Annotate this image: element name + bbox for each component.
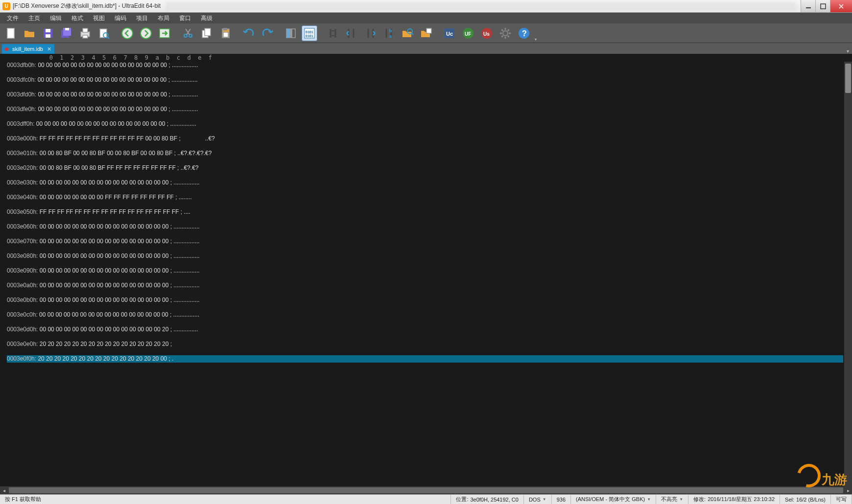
status-highlight[interactable]: 不高亮▼ — [656, 495, 688, 504]
scroll-left-icon[interactable]: ◂ — [0, 486, 8, 494]
hex-line[interactable]: 0003e000h: FF FF FF FF FF FF FF FF FF FF… — [7, 135, 843, 142]
redo-button[interactable] — [260, 25, 275, 41]
vertical-scrollbar[interactable] — [844, 62, 852, 486]
save-button[interactable] — [40, 25, 56, 41]
menu-布局[interactable]: 布局 — [153, 13, 174, 23]
help-button[interactable]: ? — [516, 25, 532, 41]
hex-line[interactable]: 0003e090h: 00 00 00 00 00 00 00 00 00 00… — [7, 267, 843, 275]
hex-bytes[interactable]: 00 00 00 00 00 00 00 00 00 00 00 00 00 0… — [38, 91, 172, 98]
cut-button[interactable] — [180, 25, 196, 41]
hex-bytes[interactable]: 00 00 00 00 00 00 00 00 00 00 00 00 00 0… — [38, 106, 172, 113]
hex-content[interactable]: 0003dfb0h: 00 00 00 00 00 00 00 00 00 00… — [7, 62, 843, 486]
hex-bytes[interactable]: 00 00 00 00 00 00 00 00 00 00 00 00 00 0… — [40, 267, 174, 274]
hex-bytes[interactable]: 00 00 00 00 00 00 00 00 00 00 00 00 00 0… — [40, 282, 174, 289]
menu-项目[interactable]: 项目 — [131, 13, 153, 23]
hex-ascii[interactable]: ..€?.€? — [181, 164, 199, 171]
hex-bytes[interactable]: 00 00 00 00 00 00 00 00 FF FF FF FF FF F… — [40, 194, 179, 201]
print-preview-button[interactable] — [96, 25, 112, 41]
hex-ascii[interactable]: .... — [184, 208, 190, 215]
hex-line[interactable]: 0003dfc0h: 00 00 00 00 00 00 00 00 00 00… — [7, 76, 843, 84]
settings-button[interactable] — [497, 25, 513, 41]
toolbar-overflow-button[interactable]: ▾ — [535, 23, 540, 43]
hex-line[interactable]: 0003dfe0h: 00 00 00 00 00 00 00 00 00 00… — [7, 106, 843, 113]
hex-line[interactable]: 0003dfd0h: 00 00 00 00 00 00 00 00 00 00… — [7, 91, 843, 98]
hex-ascii[interactable]: ................ — [172, 62, 198, 69]
new-file-button[interactable] — [3, 25, 19, 41]
menu-编码[interactable]: 编码 — [110, 13, 131, 23]
find-next-button[interactable] — [362, 25, 378, 41]
hex-line[interactable]: 0003e050h: FF FF FF FF FF FF FF FF FF FF… — [7, 208, 843, 216]
open-folder-button[interactable] — [22, 25, 37, 41]
hex-ascii[interactable]: ................ — [173, 223, 199, 230]
nav-forward-button[interactable] — [138, 25, 154, 41]
find-prev-button[interactable] — [344, 25, 359, 41]
scroll-track[interactable] — [9, 487, 843, 493]
scroll-thumb[interactable] — [845, 64, 851, 93]
hex-ascii[interactable]: ..€?.€?.€?.€? — [177, 150, 212, 157]
hex-line[interactable]: 0003e0f0h: 20 20 20 20 20 20 20 20 20 20… — [7, 355, 843, 363]
hex-line[interactable]: 0003e070h: 00 00 00 00 00 00 00 00 00 00… — [7, 238, 843, 245]
hex-bytes[interactable]: 00 00 00 00 00 00 00 00 00 00 00 00 00 0… — [40, 179, 174, 186]
print-button[interactable] — [77, 25, 93, 41]
tools-uf-button[interactable]: UF — [460, 25, 476, 41]
hex-bytes[interactable]: 00 00 00 00 00 00 00 00 00 00 00 00 00 0… — [36, 120, 170, 127]
hex-line[interactable]: 0003e0e0h: 20 20 20 20 20 20 20 20 20 20… — [7, 341, 843, 348]
hex-ascii[interactable]: ........ — [179, 194, 192, 201]
hex-bytes[interactable]: FF FF FF FF FF FF FF FF FF FF FF FF FF F… — [40, 208, 184, 215]
hex-bytes[interactable]: 20 20 20 20 20 20 20 20 20 20 20 20 20 2… — [38, 355, 172, 362]
hex-line[interactable]: 0003e020h: 00 00 80 BF 00 00 80 BF FF FF… — [7, 164, 843, 172]
tools-uc-button[interactable]: Uc — [442, 25, 457, 41]
column-mode-button[interactable] — [283, 25, 299, 41]
hex-line[interactable]: 0003dff0h: 00 00 00 00 00 00 00 00 00 00… — [7, 120, 843, 128]
hex-bytes[interactable]: FF FF FF FF FF FF FF FF FF FF FF FF 00 0… — [40, 135, 182, 142]
tab-overflow-button[interactable]: ▾ — [843, 48, 852, 54]
hex-ascii[interactable]: ................ — [173, 179, 199, 186]
hex-line[interactable]: 0003e040h: 00 00 00 00 00 00 00 00 FF FF… — [7, 194, 843, 201]
save-all-button[interactable] — [59, 25, 74, 41]
hex-ascii[interactable]: ................ — [173, 267, 199, 274]
nav-go-button[interactable] — [157, 25, 172, 41]
hex-bytes[interactable]: 00 00 00 00 00 00 00 00 00 00 00 00 00 0… — [39, 311, 173, 318]
hex-bytes[interactable]: 00 00 00 00 00 00 00 00 00 00 00 00 00 0… — [40, 297, 174, 303]
hex-line[interactable]: 0003e0a0h: 00 00 00 00 00 00 00 00 00 00… — [7, 282, 843, 289]
hex-ascii[interactable]: ................ — [173, 238, 199, 245]
menu-主页[interactable]: 主页 — [24, 13, 45, 23]
horizontal-scrollbar[interactable]: ◂ ▸ — [0, 486, 852, 494]
hex-ascii[interactable]: ..€? — [182, 135, 215, 142]
file-tab[interactable]: skill_item.idb ✕ — [2, 44, 54, 54]
hex-bytes[interactable]: 00 00 00 00 00 00 00 00 00 00 00 00 00 0… — [40, 326, 174, 333]
find-in-files-button[interactable] — [400, 25, 415, 41]
hex-line[interactable]: 0003e080h: 00 00 00 00 00 00 00 00 00 00… — [7, 252, 843, 260]
hex-ascii[interactable]: ................ — [173, 252, 199, 259]
find-in-files-results-button[interactable] — [418, 25, 434, 41]
find-replace-button[interactable]: ba — [381, 25, 397, 41]
hex-line[interactable]: 0003e010h: 00 00 80 BF 00 00 80 BF 00 00… — [7, 150, 843, 157]
menu-高级[interactable]: 高级 — [196, 13, 217, 23]
hex-editor[interactable]: 0003dfb0h: 00 00 00 00 00 00 00 00 00 00… — [0, 62, 852, 486]
hex-bytes[interactable]: 00 00 80 BF 00 00 80 BF FF FF FF FF FF F… — [40, 164, 181, 171]
menu-窗口[interactable]: 窗口 — [174, 13, 196, 23]
menu-文件[interactable]: 文件 — [2, 13, 24, 23]
hex-bytes[interactable]: 00 00 00 00 00 00 00 00 00 00 00 00 00 0… — [38, 76, 172, 83]
hex-ascii[interactable]: ................ — [173, 282, 199, 289]
copy-button[interactable] — [199, 25, 214, 41]
hex-ascii[interactable]: ................ — [173, 311, 199, 318]
hex-line[interactable]: 0003e0c0h: 00 00 00 00 00 00 00 00 00 00… — [7, 311, 843, 319]
hex-ascii[interactable]: . — [172, 355, 710, 363]
menu-视图[interactable]: 视图 — [88, 13, 110, 23]
hex-line[interactable]: 0003e0d0h: 00 00 00 00 00 00 00 00 00 00… — [7, 326, 843, 333]
hex-line[interactable]: 0003dfb0h: 00 00 00 00 00 00 00 00 00 00… — [7, 62, 843, 69]
hex-mode-button[interactable]: 01010101 — [302, 25, 317, 41]
hex-ascii[interactable]: ................ — [173, 297, 199, 303]
hex-bytes[interactable]: 00 00 00 00 00 00 00 00 00 00 00 00 00 0… — [40, 223, 174, 230]
maximize-button[interactable] — [815, 0, 830, 12]
hex-line[interactable]: 0003e030h: 00 00 00 00 00 00 00 00 00 00… — [7, 179, 843, 186]
paste-button[interactable] — [217, 25, 233, 41]
nav-back-button[interactable] — [119, 25, 135, 41]
hex-ascii[interactable]: ................ — [171, 76, 197, 83]
hex-bytes[interactable]: 20 20 20 20 20 20 20 20 20 20 20 20 20 2… — [40, 341, 174, 347]
hex-line[interactable]: 0003e060h: 00 00 00 00 00 00 00 00 00 00… — [7, 223, 843, 230]
hex-ascii[interactable]: ............... — [173, 326, 199, 333]
menu-编辑[interactable]: 编辑 — [45, 13, 67, 23]
undo-button[interactable] — [241, 25, 257, 41]
